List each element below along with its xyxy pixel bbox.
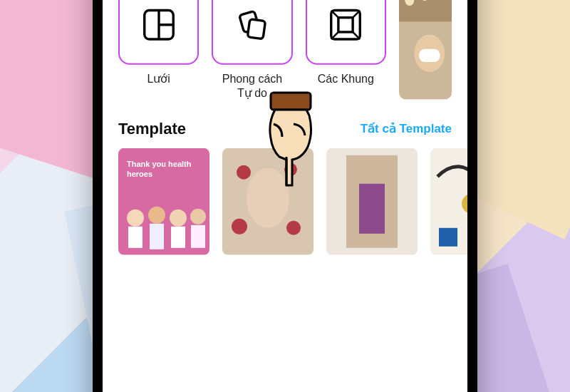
template-item[interactable]: Thank you health heroes: [118, 148, 209, 255]
svg-rect-45: [150, 224, 164, 249]
template-section-title: Template: [118, 120, 186, 138]
svg-point-42: [127, 210, 144, 227]
template-row[interactable]: Thank you health heroes: [103, 138, 467, 255]
collage-cards: Lưới Phong cách Tự do: [118, 0, 452, 100]
svg-point-52: [237, 165, 251, 180]
grid-icon: [140, 5, 178, 43]
all-templates-link[interactable]: Tất cả Template: [361, 121, 452, 136]
phone-frame: Ảnh ghép Lưới: [93, 0, 477, 392]
template-item[interactable]: [326, 148, 418, 255]
svg-rect-29: [338, 17, 353, 31]
svg-rect-58: [359, 184, 385, 234]
collage-card-peek[interactable]: [399, 0, 452, 100]
collage-card-frames[interactable]: Các Khung: [306, 0, 386, 100]
svg-rect-36: [419, 49, 440, 62]
template-item[interactable]: [430, 148, 467, 255]
svg-rect-61: [439, 228, 457, 247]
collage-card-free[interactable]: Phong cách Tự do: [212, 0, 292, 100]
frame-icon: [326, 5, 365, 43]
svg-point-48: [190, 209, 206, 225]
collage-card-label: Các Khung: [318, 72, 374, 86]
template-item[interactable]: [222, 148, 314, 255]
collage-card-label: Lưới: [147, 72, 170, 86]
svg-point-46: [170, 210, 187, 227]
svg-text:heroes: heroes: [127, 170, 152, 178]
svg-rect-47: [171, 227, 185, 248]
template-caption: Thank you health: [127, 160, 192, 168]
svg-point-53: [284, 163, 297, 176]
collage-card-grid[interactable]: Lưới: [118, 0, 199, 100]
app-screen: Ảnh ghép Lưới: [103, 0, 467, 392]
svg-point-51: [247, 168, 289, 228]
collage-card-label: Phong cách Tự do: [222, 72, 283, 99]
svg-point-54: [232, 219, 247, 234]
svg-rect-27: [247, 19, 265, 38]
svg-point-55: [286, 221, 301, 235]
svg-rect-43: [128, 227, 142, 248]
svg-point-44: [148, 207, 165, 224]
overlap-icon: [233, 5, 271, 43]
svg-rect-49: [191, 225, 205, 248]
